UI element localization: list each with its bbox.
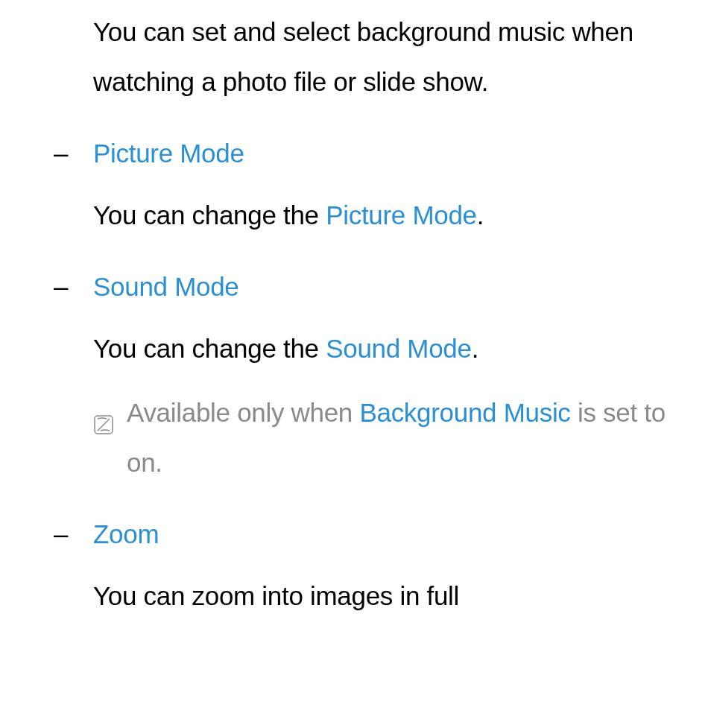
item-title: Zoom bbox=[93, 510, 689, 560]
description-text: You can change the bbox=[93, 200, 326, 230]
item-description: You can change the Picture Mode. bbox=[93, 191, 689, 241]
description-suffix: . bbox=[477, 200, 484, 230]
description-text: You can zoom into images in full bbox=[93, 581, 459, 610]
description-highlight: Sound Mode bbox=[326, 334, 471, 363]
item-description: You can zoom into images in full bbox=[93, 572, 689, 621]
bullet-icon: – bbox=[54, 262, 68, 312]
list-item-zoom: – Zoom You can zoom into images in full bbox=[93, 510, 689, 621]
bullet-icon: – bbox=[54, 129, 68, 179]
description-suffix: . bbox=[472, 334, 478, 363]
description-highlight: Picture Mode bbox=[326, 200, 477, 230]
intro-paragraph: You can set and select background music … bbox=[93, 7, 689, 107]
list-item-sound-mode: – Sound Mode You can change the Sound Mo… bbox=[93, 262, 689, 487]
item-title: Picture Mode bbox=[93, 129, 689, 179]
item-description: You can change the Sound Mode. bbox=[93, 324, 689, 374]
note-text-prefix: Available only when bbox=[127, 398, 359, 427]
document-content: You can set and select background music … bbox=[0, 7, 711, 621]
note-icon bbox=[93, 402, 114, 422]
note-highlight: Background Music bbox=[359, 398, 570, 427]
item-title: Sound Mode bbox=[93, 262, 689, 312]
list-item-picture-mode: – Picture Mode You can change the Pictur… bbox=[93, 129, 689, 240]
bullet-icon: – bbox=[54, 510, 68, 560]
description-text: You can change the bbox=[93, 334, 326, 363]
note-block: Available only when Background Music is … bbox=[93, 388, 689, 487]
